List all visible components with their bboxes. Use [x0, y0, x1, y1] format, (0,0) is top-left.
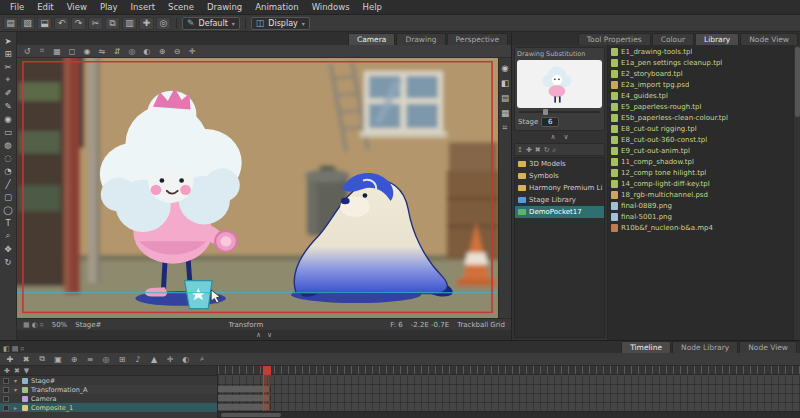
layer-enable-checkbox[interactable] [3, 405, 9, 411]
menu-item[interactable]: Edit [31, 1, 59, 13]
next-drawing-icon[interactable]: ∨ [267, 331, 272, 339]
timeline-layer-row[interactable]: Camera [0, 394, 217, 403]
slider-knob[interactable] [543, 109, 548, 115]
delete-layer-icon[interactable]: ✖ [20, 355, 32, 364]
duplicate-layer-icon[interactable]: ⧉ [36, 354, 48, 364]
library-file[interactable]: R10b&f_nucleon-b&a.mp4 [608, 222, 793, 233]
library-file[interactable]: 12_comp tone hilight.tpl [608, 167, 793, 178]
timeline-layer-row[interactable]: ▾ Transformation_A [0, 385, 217, 394]
menu-item[interactable]: Drawing [201, 1, 248, 13]
copy-icon[interactable]: ⧉ [105, 17, 120, 30]
layer-enable-checkbox[interactable] [3, 378, 9, 384]
stage-value-field[interactable]: 6 [541, 117, 559, 127]
menu-item[interactable]: Animation [249, 1, 304, 13]
add-peg-icon[interactable]: ⊕ [68, 355, 80, 364]
guides-icon[interactable]: ⌗ [498, 121, 513, 134]
zoom-out-icon[interactable]: ⊖ [171, 47, 183, 56]
menu-item[interactable]: Help [357, 1, 388, 13]
library-file[interactable]: E2_storyboard.tpl [608, 68, 793, 79]
text-tool-icon[interactable]: T [1, 216, 16, 229]
library-file[interactable]: final-0889.png [608, 200, 793, 211]
flip-horizontal-icon[interactable]: ⇋ [96, 47, 108, 56]
timeline-tab[interactable]: Timeline [621, 341, 671, 353]
snap-icon[interactable]: ✛ [164, 355, 176, 364]
flip-vertical-icon[interactable]: ⇵ [111, 47, 123, 56]
library-file[interactable]: E2a_import tpg.psd [608, 79, 793, 90]
panel-tab[interactable]: Tool Properties [578, 33, 651, 45]
brush-tool-icon[interactable]: ✎ [1, 99, 16, 112]
add-layer-icon[interactable]: ✚ [4, 355, 16, 364]
onion-skin-icon[interactable]: ◎ [126, 47, 138, 56]
eraser-tool-icon[interactable]: ▭ [1, 125, 16, 138]
library-folder[interactable]: Stage Library [515, 194, 604, 206]
stamp-tool-icon[interactable]: ◉ [1, 112, 16, 125]
library-file[interactable]: E9_cut-out-anim.tpl [608, 145, 793, 156]
undo-icon[interactable]: ↶ [54, 17, 69, 30]
paint-tool-icon[interactable]: ◍ [1, 138, 16, 151]
timeline-tab[interactable]: Node Library [672, 341, 738, 353]
library-file[interactable]: E1_drawing-tools.tpl [608, 46, 793, 57]
new-folder-icon[interactable]: ✚ [526, 146, 532, 154]
frame-row[interactable] [218, 385, 800, 394]
menu-item[interactable]: View [61, 1, 93, 13]
onion-skin-icon[interactable]: ◎ [100, 355, 112, 364]
select-tool-icon[interactable]: ➤ [1, 34, 16, 47]
view-mode-icon[interactable]: ◐ [180, 355, 192, 364]
marker-icon[interactable]: ▲ [148, 355, 160, 364]
frame-ruler[interactable] [218, 366, 800, 375]
zoom-tool-icon[interactable]: ⌕ [1, 229, 16, 242]
timeline-zoom-slider[interactable] [221, 413, 281, 417]
camera-mask-icon[interactable]: ▦ [498, 106, 513, 119]
open-scene-icon[interactable]: ▧ [20, 17, 35, 30]
snap-icon[interactable]: ✛ [186, 47, 198, 56]
file-list-scrollbar[interactable] [793, 45, 800, 340]
library-file[interactable]: E4_guides.tpl [608, 90, 793, 101]
layer-expand-arrow[interactable]: ▾ [12, 377, 19, 384]
refresh-icon[interactable]: ↻ [544, 146, 550, 154]
menu-item[interactable]: Windows [306, 1, 356, 13]
collapse-icon[interactable]: ≡ [84, 355, 96, 364]
paste-icon[interactable]: ▥ [122, 17, 137, 30]
panel-tab[interactable]: Node View [740, 33, 798, 45]
next-substitution-icon[interactable]: ∨ [564, 133, 569, 141]
rectangle-tool-icon[interactable]: ▢ [1, 190, 16, 203]
status-snap-icon[interactable]: ⌗ [40, 321, 44, 329]
rotate-view-icon[interactable]: ↻ [1, 255, 16, 268]
cut-icon[interactable]: ✂ [88, 17, 103, 30]
panel-tab[interactable]: Library [695, 33, 739, 45]
reset-view-icon[interactable]: ↺ [21, 47, 33, 56]
view-tab[interactable]: Camera [348, 33, 395, 45]
menu-item[interactable]: Insert [125, 1, 161, 13]
folder-up-icon[interactable]: ↥ [517, 146, 523, 154]
library-file[interactable]: 14_comp-light-diff-key.tpl [608, 178, 793, 189]
layer-expand-arrow[interactable]: ▸ [12, 404, 19, 411]
substitution-thumbnail[interactable] [517, 60, 602, 108]
ellipse-tool-icon[interactable]: ◯ [1, 203, 16, 216]
substitution-slider[interactable] [517, 108, 602, 116]
render-preview-icon[interactable]: ◉ [498, 61, 513, 74]
pencil-editor-icon[interactable]: ✐ [1, 86, 16, 99]
light-table-icon[interactable]: ◐ [141, 47, 153, 56]
library-file[interactable]: E1a_pen settings cleanup.tpl [608, 57, 793, 68]
timeline-frame-area[interactable] [218, 366, 800, 418]
render-mode-icon[interactable]: ◉ [81, 47, 93, 56]
ink-tool-icon[interactable]: ◌ [1, 151, 16, 164]
tool-preset-dropdown[interactable]: ✎ Default ▾ [182, 17, 240, 30]
clone-layer-icon[interactable]: ▣ [52, 355, 64, 364]
status-light-icon[interactable]: ◐ [32, 321, 38, 329]
library-folder[interactable]: DemoPocket17 [515, 206, 604, 218]
new-scene-icon[interactable]: ▤ [3, 17, 18, 30]
library-folder[interactable]: Harmony Premium Li [515, 182, 604, 194]
layer-enable-checkbox[interactable] [3, 387, 9, 393]
cutter-tool-icon[interactable]: ✂ [1, 60, 16, 73]
library-file[interactable]: 18_rgb-multichannel.psd [608, 189, 793, 200]
grid-icon[interactable]: ⌗ [36, 46, 48, 56]
previous-substitution-icon[interactable]: ∧ [550, 133, 555, 141]
status-grid-icon[interactable]: ▦ [23, 321, 30, 329]
transform-tool-icon[interactable]: ⊞ [1, 47, 16, 60]
dropper-tool-icon[interactable]: ◔ [1, 164, 16, 177]
layer-enable-checkbox[interactable] [3, 396, 9, 402]
library-folder[interactable]: 3D Models [515, 158, 604, 170]
menu-item[interactable]: Scene [162, 1, 200, 13]
layers-delete-icon[interactable]: ✖ [14, 367, 20, 375]
